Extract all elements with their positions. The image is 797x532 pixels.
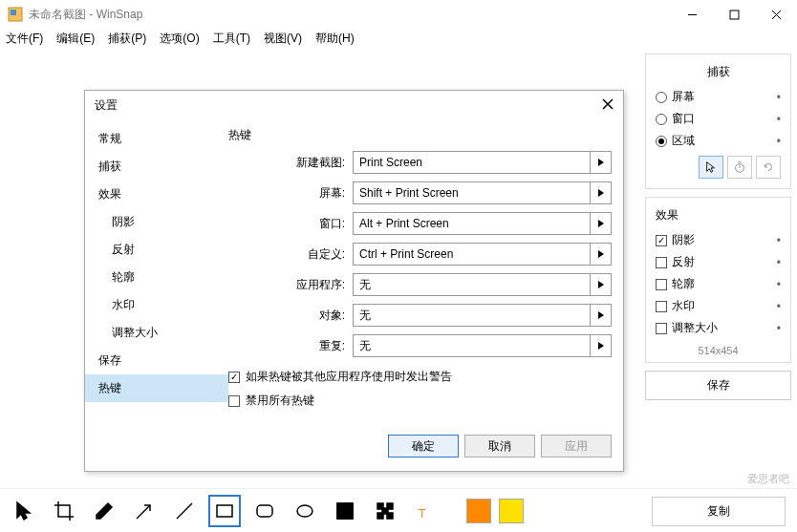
dimensions-text: 514x454 — [652, 339, 785, 356]
dialog-close-button[interactable] — [602, 98, 614, 113]
svg-rect-14 — [257, 505, 272, 517]
settings-content: 热键 新建截图:Print Screen 屏幕:Shift + Print Sc… — [228, 119, 623, 435]
check-outline[interactable]: 轮廓• — [652, 273, 785, 295]
hk-window-play[interactable] — [591, 212, 612, 235]
nav-general[interactable]: 常规 — [85, 125, 228, 153]
menu-file[interactable]: 文件(F) — [6, 31, 43, 47]
nav-resize[interactable]: 调整大小 — [85, 319, 228, 347]
hk-screen-input[interactable]: Shift + Print Screen — [353, 181, 591, 204]
svg-line-12 — [177, 503, 192, 519]
svg-rect-1 — [11, 10, 16, 15]
check-shadow[interactable]: 阴影• — [652, 229, 785, 251]
hk-screen-label: 屏幕: — [228, 185, 353, 202]
hk-new-input[interactable]: Print Screen — [353, 151, 591, 174]
hk-screen-play[interactable] — [591, 181, 612, 204]
hk-object-input[interactable]: 无 — [353, 304, 591, 327]
apply-button[interactable]: 应用 — [541, 435, 612, 458]
hk-object-play[interactable] — [591, 304, 612, 327]
svg-rect-16 — [337, 503, 353, 519]
blur-tool-icon[interactable] — [329, 495, 361, 527]
refresh-icon[interactable] — [756, 156, 781, 179]
hk-custom-play[interactable] — [591, 243, 612, 266]
hk-repeat-play[interactable] — [591, 334, 612, 357]
menu-tools[interactable]: 工具(T) — [213, 31, 250, 47]
dialog-title: 设置 — [95, 97, 118, 114]
capture-group: 捕获 屏幕• 窗口• 区域• — [645, 53, 791, 189]
check-disable-all[interactable]: 禁用所有热键 — [228, 389, 612, 413]
hk-repeat-input[interactable]: 无 — [353, 334, 591, 357]
capture-title: 捕获 — [652, 60, 785, 86]
svg-rect-22 — [387, 513, 393, 519]
color-orange[interactable] — [466, 499, 491, 523]
crop-tool-icon[interactable] — [48, 495, 80, 527]
svg-rect-3 — [730, 11, 739, 19]
check-warn[interactable]: 如果热键被其他应用程序使用时发出警告 — [228, 365, 612, 389]
arrow-tool-icon[interactable] — [128, 495, 161, 527]
check-resize[interactable]: 调整大小• — [652, 317, 785, 339]
section-title: 热键 — [228, 123, 612, 151]
nav-hotkeys[interactable]: 热键 — [85, 374, 228, 402]
svg-rect-13 — [217, 505, 232, 517]
hk-app-label: 应用程序: — [228, 277, 353, 293]
nav-save[interactable]: 保存 — [85, 347, 228, 374]
hk-app-input[interactable]: 无 — [353, 273, 591, 296]
timer-icon[interactable] — [727, 156, 752, 179]
hk-app-play[interactable] — [591, 273, 612, 296]
text-tool-icon[interactable]: T — [409, 495, 442, 527]
nav-reflect[interactable]: 反射 — [85, 236, 228, 264]
cursor-tool-icon[interactable] — [8, 495, 40, 527]
save-button[interactable]: 保存 — [645, 371, 791, 400]
window-title: 未命名截图 - WinSnap — [29, 7, 142, 23]
pen-tool-icon[interactable] — [88, 495, 120, 527]
cursor-tool-icon[interactable] — [699, 156, 723, 179]
hk-window-label: 窗口: — [228, 216, 353, 232]
minimize-button[interactable] — [671, 0, 713, 29]
close-button[interactable] — [755, 0, 797, 29]
rect-tool-icon[interactable] — [208, 495, 241, 527]
effects-group: 效果 阴影• 反射• 轮廓• 水印• 调整大小• 514x454 — [645, 197, 791, 363]
radio-screen[interactable]: 屏幕• — [652, 86, 785, 108]
menu-help[interactable]: 帮助(H) — [315, 31, 355, 47]
effects-title: 效果 — [652, 203, 785, 229]
menu-view[interactable]: 视图(V) — [264, 31, 302, 47]
hk-new-label: 新建截图: — [228, 155, 353, 171]
hk-custom-input[interactable]: Ctrl + Print Screen — [353, 243, 591, 266]
ok-button[interactable]: 确定 — [388, 435, 459, 458]
menu-edit[interactable]: 编辑(E) — [56, 31, 95, 47]
line-tool-icon[interactable] — [168, 495, 201, 527]
svg-point-15 — [297, 505, 312, 517]
maximize-button[interactable] — [713, 0, 755, 29]
radio-window[interactable]: 窗口• — [652, 108, 785, 130]
menubar: 文件(F) 编辑(E) 捕获(P) 选项(O) 工具(T) 视图(V) 帮助(H… — [0, 29, 797, 48]
svg-text:T: T — [419, 507, 426, 521]
hk-custom-label: 自定义: — [228, 246, 353, 263]
menu-capture[interactable]: 捕获(P) — [108, 31, 146, 47]
nav-shadow[interactable]: 阴影 — [85, 208, 228, 236]
settings-dialog: 设置 常规 捕获 效果 阴影 反射 轮廓 水印 调整大小 保存 热键 热键 新建… — [84, 90, 624, 472]
watermark-text: 爱思者吧 — [747, 472, 789, 486]
cancel-button[interactable]: 取消 — [464, 435, 535, 458]
color-yellow[interactable] — [499, 499, 524, 523]
pixelate-tool-icon[interactable] — [369, 495, 401, 527]
nav-outline[interactable]: 轮廓 — [85, 264, 228, 291]
dialog-titlebar: 设置 — [85, 91, 623, 119]
app-icon — [8, 7, 23, 22]
dialog-buttons: 确定 取消 应用 — [85, 435, 623, 458]
hk-object-label: 对象: — [228, 308, 353, 324]
check-reflect[interactable]: 反射• — [652, 251, 785, 273]
svg-line-11 — [137, 505, 150, 519]
radio-region[interactable]: 区域• — [652, 130, 785, 152]
hk-repeat-label: 重复: — [228, 338, 353, 354]
check-watermark[interactable]: 水印• — [652, 295, 785, 317]
hk-new-play[interactable] — [591, 151, 612, 174]
copy-button[interactable]: 复制 — [652, 497, 786, 526]
titlebar: 未命名截图 - WinSnap — [0, 0, 797, 29]
menu-options[interactable]: 选项(O) — [160, 31, 199, 47]
hk-window-input[interactable]: Alt + Print Screen — [353, 212, 591, 235]
right-panel: 捕获 屏幕• 窗口• 区域• 效果 阴影• 反射• 轮廓• 水印• 调整大小• … — [645, 53, 791, 400]
nav-capture[interactable]: 捕获 — [85, 153, 228, 181]
nav-watermark[interactable]: 水印 — [85, 291, 228, 319]
ellipse-tool-icon[interactable] — [289, 495, 321, 527]
rounded-rect-tool-icon[interactable] — [248, 495, 281, 527]
nav-effects[interactable]: 效果 — [85, 181, 228, 208]
